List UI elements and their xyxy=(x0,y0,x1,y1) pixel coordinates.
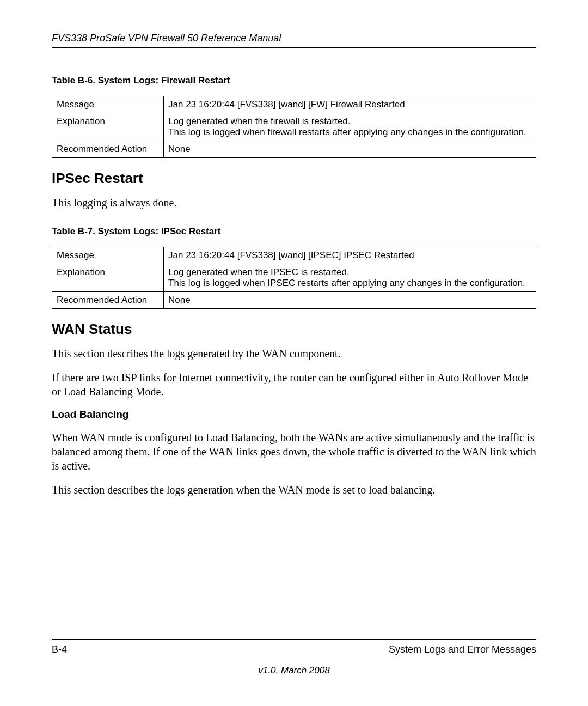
table-cell-value: Jan 23 16:20:44 [FVS338] [wand] [FW] Fir… xyxy=(164,96,536,113)
wan-para2: If there are two ISP links for Internet … xyxy=(52,370,536,399)
table-row: Explanation Log generated when the firew… xyxy=(52,113,536,141)
ipsec-intro-text: This logging is always done. xyxy=(52,196,536,210)
load-balancing-para1: When WAN mode is configured to Load Bala… xyxy=(52,430,536,473)
footer-page-number: B-4 xyxy=(52,644,67,655)
table-cell-value: Jan 23 16:20:44 [FVS338] [wand] [IPSEC] … xyxy=(164,247,536,264)
table-row: Recommended Action None xyxy=(52,292,536,309)
table-cell-value: Log generated when the IPSEC is restarte… xyxy=(164,264,536,292)
table-b6-caption: Table B-6. System Logs: Firewall Restart xyxy=(52,75,536,86)
footer-rule xyxy=(52,639,536,640)
document-header: FVS338 ProSafe VPN Firewall 50 Reference… xyxy=(52,33,536,48)
ipsec-restart-heading: IPSec Restart xyxy=(52,170,536,187)
table-cell-label: Message xyxy=(52,96,164,113)
table-row: Message Jan 23 16:20:44 [FVS338] [wand] … xyxy=(52,96,536,113)
table-b7: Message Jan 23 16:20:44 [FVS338] [wand] … xyxy=(52,247,536,309)
table-b6: Message Jan 23 16:20:44 [FVS338] [wand] … xyxy=(52,96,536,158)
footer-version: v1.0, March 2008 xyxy=(52,665,536,676)
table-row: Message Jan 23 16:20:44 [FVS338] [wand] … xyxy=(52,247,536,264)
table-row: Explanation Log generated when the IPSEC… xyxy=(52,264,536,292)
table-cell-label: Recommended Action xyxy=(52,292,164,309)
table-cell-value: None xyxy=(164,141,536,158)
wan-para1: This section describes the logs generate… xyxy=(52,346,536,361)
table-cell-value: Log generated when the firewall is resta… xyxy=(164,113,536,141)
page-footer: B-4 System Logs and Error Messages v1.0,… xyxy=(52,639,536,676)
footer-section-title: System Logs and Error Messages xyxy=(389,644,536,655)
load-balancing-para2: This section describes the logs generati… xyxy=(52,483,536,497)
table-cell-label: Explanation xyxy=(52,264,164,292)
table-b7-caption: Table B-7. System Logs: IPSec Restart xyxy=(52,226,536,237)
load-balancing-heading: Load Balancing xyxy=(52,409,536,421)
table-row: Recommended Action None xyxy=(52,141,536,158)
wan-status-heading: WAN Status xyxy=(52,321,536,338)
table-cell-label: Message xyxy=(52,247,164,264)
table-cell-label: Recommended Action xyxy=(52,141,164,158)
table-cell-value: None xyxy=(164,292,536,309)
table-cell-label: Explanation xyxy=(52,113,164,141)
